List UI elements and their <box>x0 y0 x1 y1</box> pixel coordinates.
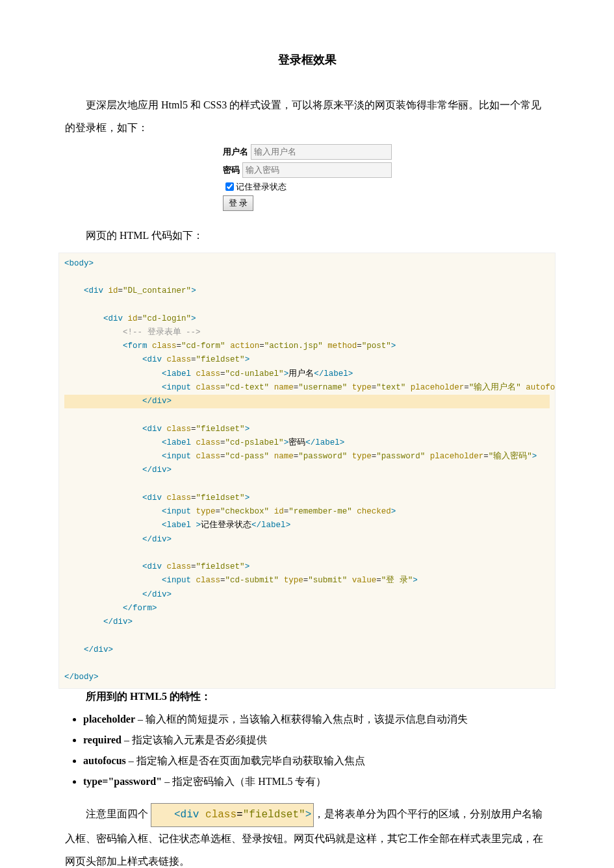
remember-checkbox[interactable] <box>225 182 234 191</box>
list-item: placeholder – 输入框的简短提示，当该输入框获得输入焦点时，该提示信… <box>83 709 549 730</box>
page-title: 登录框效果 <box>65 52 549 68</box>
password-input[interactable] <box>242 162 392 178</box>
login-button[interactable]: 登 录 <box>223 195 253 211</box>
remember-label: 记住登录状态 <box>236 181 287 193</box>
inline-code-fieldset: <div class="fieldset"> <box>151 803 314 827</box>
features-list: placeholder – 输入框的简短提示，当该输入框获得输入焦点时，该提示信… <box>65 709 549 792</box>
note-paragraph: 注意里面四个 <div class="fieldset">，是将表单分为四个平行… <box>65 802 549 868</box>
html-code-intro: 网页的 HTML 代码如下： <box>65 224 549 247</box>
html-code-block: <body> <div id="DL_container"> <div id="… <box>58 253 556 689</box>
login-demo: 用户名 密码 记住登录状态 登 录 <box>223 144 392 211</box>
password-label: 密码 <box>223 164 240 176</box>
intro-paragraph: 更深层次地应用 Html5 和 CSS3 的样式设置，可以将原来平淡的网页装饰得… <box>65 93 549 139</box>
list-item: type="password" – 指定密码输入（非 HTML5 专有） <box>83 771 549 792</box>
list-item: required – 指定该输入元素是否必须提供 <box>83 730 549 750</box>
username-label: 用户名 <box>223 146 248 158</box>
list-item: autofocus – 指定输入框是否在页面加载完毕自动获取输入焦点 <box>83 750 549 771</box>
username-input[interactable] <box>251 144 392 160</box>
